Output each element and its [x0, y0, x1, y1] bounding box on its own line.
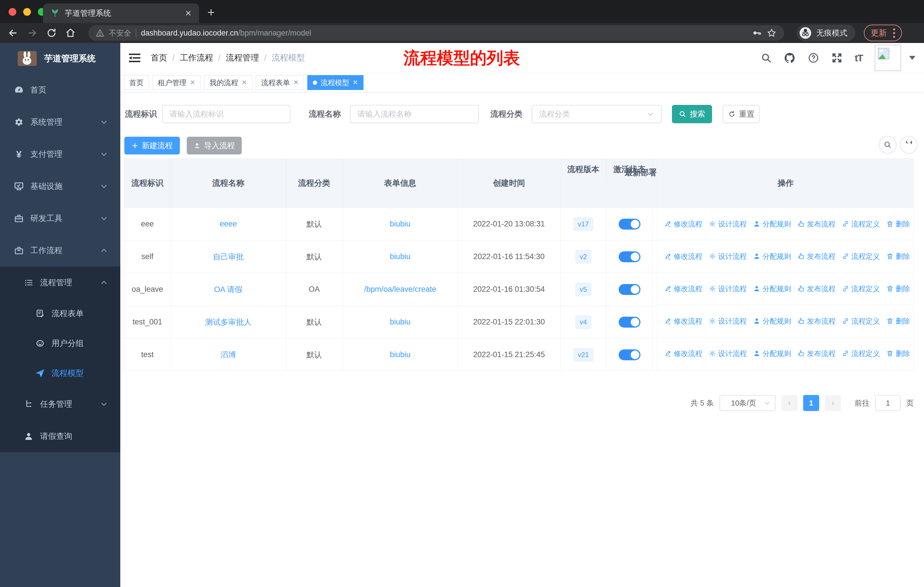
modify-process-link[interactable]: 修改流程	[664, 251, 702, 261]
new-tab-button[interactable]: +	[207, 5, 215, 20]
modify-process-link[interactable]: 修改流程	[664, 284, 702, 293]
prev-page-button[interactable]: ‹	[781, 395, 797, 411]
create-process-button[interactable]: 新建流程	[124, 137, 180, 154]
browser-menu-icon[interactable]	[893, 28, 895, 38]
delete-link[interactable]: 删除	[886, 316, 910, 326]
process-definition-link[interactable]: 流程定义	[842, 284, 880, 293]
delete-link[interactable]: 删除	[886, 284, 910, 293]
forward-icon[interactable]	[27, 28, 38, 38]
page-number-1[interactable]: 1	[803, 395, 819, 411]
assign-rule-link[interactable]: 分配规则	[753, 349, 791, 358]
page-size-select[interactable]: 10条/页	[719, 395, 776, 411]
avatar[interactable]	[875, 45, 901, 71]
window-controls[interactable]	[8, 8, 46, 16]
process-definition-link[interactable]: 流程定义	[842, 251, 880, 261]
sidebar-item-infra[interactable]: 基础设施	[0, 170, 120, 202]
cell-name-link[interactable]: OA 请假	[171, 273, 286, 306]
bookmark-star-icon[interactable]	[766, 28, 777, 38]
update-button[interactable]: 更新	[864, 25, 902, 41]
process-key-input[interactable]: 请输入流程标识	[162, 105, 290, 123]
toggle-search-button[interactable]	[879, 136, 896, 154]
sidebar-item-process-model[interactable]: 流程模型	[0, 358, 120, 388]
tag-close-icon[interactable]: ✕	[241, 79, 247, 86]
tag-process-form[interactable]: 流程表单✕	[256, 75, 304, 90]
app-logo[interactable]: 芋道管理系统	[0, 43, 120, 74]
tag-close-icon[interactable]: ✕	[353, 79, 358, 86]
tag-tenant[interactable]: 租户管理✕	[152, 75, 201, 90]
design-process-link[interactable]: 设计流程	[709, 251, 747, 261]
cell-version[interactable]: v5	[561, 273, 606, 306]
process-definition-link[interactable]: 流程定义	[842, 349, 880, 358]
cell-form-link[interactable]: /bpm/oa/leave/create	[343, 273, 458, 306]
reload-icon[interactable]	[46, 28, 57, 38]
assign-rule-link[interactable]: 分配规则	[753, 219, 791, 229]
tag-process-model[interactable]: 流程模型✕	[307, 75, 363, 90]
sidebar-item-devtools[interactable]: 研发工具	[0, 202, 120, 235]
breadcrumb-item[interactable]: 首页	[151, 52, 167, 64]
cell-form-link[interactable]: biubiu	[343, 240, 458, 273]
active-toggle[interactable]	[619, 284, 640, 295]
cell-form-link[interactable]: biubiu	[343, 306, 458, 338]
cell-name-link[interactable]: eeee	[171, 208, 286, 240]
caret-down-icon[interactable]	[909, 56, 916, 60]
active-toggle[interactable]	[619, 317, 640, 327]
cell-name-link[interactable]: 滔博	[171, 339, 286, 370]
sidebar-item-task-mgmt[interactable]: 任务管理	[0, 388, 120, 420]
active-toggle[interactable]	[619, 219, 640, 230]
cell-name-link[interactable]: 测试多审批人	[171, 306, 286, 338]
assign-rule-link[interactable]: 分配规则	[753, 284, 791, 293]
tag-my-process[interactable]: 我的流程✕	[204, 75, 252, 90]
assign-rule-link[interactable]: 分配规则	[753, 316, 791, 326]
process-name-input[interactable]: 请输入流程名称	[350, 105, 479, 123]
back-icon[interactable]	[7, 28, 18, 38]
sidebar-item-process-mgmt[interactable]: 流程管理	[0, 266, 120, 299]
active-toggle[interactable]	[619, 349, 640, 360]
close-window-button[interactable]	[8, 8, 16, 16]
design-process-link[interactable]: 设计流程	[709, 284, 747, 293]
modify-process-link[interactable]: 修改流程	[664, 316, 702, 326]
url-bar[interactable]: 不安全 dashboard.yudao.iocoder.cn/bpm/manag…	[88, 25, 784, 41]
publish-process-link[interactable]: 发布流程	[797, 349, 835, 358]
delete-link[interactable]: 删除	[886, 251, 910, 261]
sidebar-item-workflow[interactable]: 工作流程	[0, 235, 120, 266]
cell-version[interactable]: v2	[561, 240, 606, 273]
import-process-button[interactable]: 导入流程	[187, 137, 242, 154]
sidebar-item-process-form[interactable]: 流程表单	[0, 299, 120, 329]
browser-tab[interactable]: 芋道管理系统 ✕	[43, 3, 199, 23]
next-page-button[interactable]: ›	[825, 395, 841, 411]
github-icon[interactable]	[784, 52, 796, 64]
help-icon[interactable]	[808, 52, 819, 64]
cell-version[interactable]: v4	[561, 306, 606, 338]
home-icon[interactable]	[65, 28, 76, 38]
tag-close-icon[interactable]: ✕	[293, 79, 299, 86]
publish-process-link[interactable]: 发布流程	[797, 316, 835, 326]
search-icon[interactable]	[761, 53, 772, 63]
cell-form-link[interactable]: biubiu	[343, 339, 458, 370]
tag-close-icon[interactable]: ✕	[190, 79, 195, 86]
delete-link[interactable]: 删除	[886, 219, 910, 229]
process-definition-link[interactable]: 流程定义	[842, 316, 880, 326]
design-process-link[interactable]: 设计流程	[709, 219, 747, 229]
cell-version[interactable]: v21	[561, 339, 606, 370]
cell-version[interactable]: v17	[561, 208, 606, 240]
fullscreen-icon[interactable]	[831, 52, 843, 64]
refresh-table-button[interactable]	[900, 136, 918, 154]
design-process-link[interactable]: 设计流程	[709, 349, 747, 358]
design-process-link[interactable]: 设计流程	[709, 316, 747, 326]
cell-form-link[interactable]: biubiu	[343, 208, 458, 240]
breadcrumb-item[interactable]: 流程管理	[226, 52, 259, 64]
sidebar-item-leave-query[interactable]: 请假查询	[0, 420, 120, 452]
active-toggle[interactable]	[619, 251, 640, 262]
hamburger-icon[interactable]	[129, 53, 140, 63]
sidebar-item-user-group[interactable]: 用户分组	[0, 329, 120, 358]
modify-process-link[interactable]: 修改流程	[664, 219, 702, 229]
tag-home[interactable]: 首页	[124, 75, 149, 90]
cell-name-link[interactable]: 自己审批	[171, 240, 286, 273]
tab-close-icon[interactable]: ✕	[185, 8, 191, 18]
sidebar-item-home[interactable]: 首页	[0, 74, 120, 106]
breadcrumb-item[interactable]: 工作流程	[180, 52, 213, 64]
publish-process-link[interactable]: 发布流程	[797, 251, 835, 261]
goto-page-input[interactable]: 1	[875, 395, 901, 411]
font-size-icon[interactable]: tT	[855, 53, 863, 64]
process-category-select[interactable]: 流程分类	[531, 105, 662, 123]
